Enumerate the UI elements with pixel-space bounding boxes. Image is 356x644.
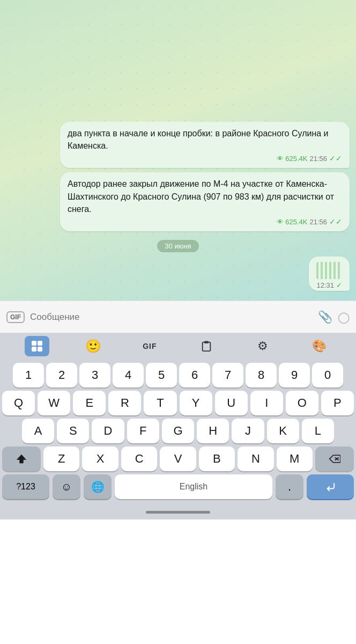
message-text-2: Автодор ранее закрыл движение по М-4 на … [68,178,342,215]
chat-area: два пункта в начале и конце пробки: в ра… [0,0,356,301]
delete-key[interactable] [315,447,354,471]
blurred-content [316,262,342,279]
globe-icon: 🌐 [91,480,105,493]
date-separator: 30 июня [157,240,198,252]
message-checkmark-2: ✓✓ [329,217,342,226]
key-o[interactable]: O [286,391,318,415]
home-indicator [0,504,356,519]
key-n[interactable]: N [238,447,273,471]
key-r[interactable]: R [108,391,141,415]
svg-rect-0 [32,341,36,346]
blurred-message-bubble: 12:31 ✓ [309,257,350,291]
eye-icon-2: 👁 [277,218,284,226]
svg-rect-3 [38,347,42,352]
key-8[interactable]: 8 [246,363,277,387]
message-text-1: два пункта в начале и конце пробки: в ра… [68,127,342,152]
zxcv-row: Z X C V B N M [2,447,354,471]
globe-key[interactable]: 🌐 [84,474,112,499]
key-p[interactable]: P [321,391,354,415]
message-views-1: 👁 625.4K [277,155,307,163]
asdf-spacer-right [337,419,354,443]
message-meta-1: 👁 625.4K 21:56 ✓✓ [68,154,342,163]
key-a[interactable]: A [22,419,54,443]
emoji-key[interactable]: ☺ [53,474,80,499]
apps-toolbar-button[interactable] [25,336,49,356]
key-z[interactable]: Z [43,447,79,471]
key-x[interactable]: X [82,447,118,471]
asdf-spacer-left [2,419,19,443]
clipboard-icon [201,340,212,352]
gif-toolbar-label: GIF [143,342,157,350]
message-views-2: 👁 625.4K [277,218,307,226]
message-time-2: 21:56 [309,218,327,226]
gif-toolbar-button[interactable]: GIF [137,336,162,356]
palette-icon: 🎨 [312,339,327,353]
shift-key[interactable] [2,447,41,471]
key-0[interactable]: 0 [312,363,343,387]
key-3[interactable]: 3 [79,363,110,387]
key-6[interactable]: 6 [179,363,210,387]
svg-rect-2 [32,347,36,352]
palette-toolbar-button[interactable]: 🎨 [307,336,331,356]
key-d[interactable]: D [92,419,124,443]
numbers-switch-key[interactable]: ?123 [2,474,49,499]
key-m[interactable]: M [277,447,313,471]
message-bubble-2: Автодор ранее закрыл движение по М-4 на … [60,172,350,231]
key-f[interactable]: F [127,419,159,443]
return-icon [324,482,336,492]
asdf-row: A S D F G H J K L [2,419,354,443]
key-g[interactable]: G [162,419,194,443]
keyboard: 1 2 3 4 5 6 7 8 9 0 Q W E R T Y U I O P … [0,360,356,504]
key-b[interactable]: B [199,447,235,471]
blurred-checkmark: ✓ [336,281,342,289]
key-v[interactable]: V [160,447,196,471]
message-input[interactable] [30,312,313,323]
key-e[interactable]: E [73,391,106,415]
camera-icon[interactable]: ◯ [338,311,350,324]
key-5[interactable]: 5 [146,363,177,387]
key-s[interactable]: S [57,419,89,443]
key-c[interactable]: C [121,447,157,471]
key-7[interactable]: 7 [212,363,243,387]
key-u[interactable]: U [215,391,248,415]
key-1[interactable]: 1 [13,363,44,387]
key-l[interactable]: L [302,419,334,443]
return-key[interactable] [307,474,354,499]
home-bar [146,511,210,514]
apps-icon [31,340,43,353]
key-j[interactable]: J [232,419,264,443]
key-t[interactable]: T [144,391,176,415]
message-meta-2: 👁 625.4K 21:56 ✓✓ [68,217,342,226]
key-k[interactable]: K [267,419,299,443]
message-checkmark-1: ✓✓ [329,154,342,163]
keyboard-toolbar: 🙂 GIF ⚙ 🎨 [0,333,356,360]
emoji-icon: ☺ [61,481,72,493]
sticker-toolbar-button[interactable]: 🙂 [81,336,106,356]
delete-icon [329,454,340,464]
eye-icon: 👁 [277,155,284,163]
svg-rect-1 [38,341,42,346]
key-4[interactable]: 4 [113,363,144,387]
attach-icon[interactable]: 📎 [318,310,332,324]
period-key[interactable]: . [276,474,303,499]
key-i[interactable]: I [250,391,283,415]
svg-rect-5 [202,342,210,352]
space-key[interactable]: English [115,474,272,499]
key-w[interactable]: W [38,391,70,415]
clipboard-toolbar-button[interactable] [194,336,219,356]
key-2[interactable]: 2 [46,363,77,387]
key-9[interactable]: 9 [279,363,310,387]
gif-button[interactable]: GIF [6,311,25,323]
blurred-time: 12:31 [316,281,334,289]
message-time-1: 21:56 [309,155,327,163]
key-y[interactable]: Y [180,391,212,415]
settings-toolbar-button[interactable]: ⚙ [250,336,275,356]
key-h[interactable]: H [197,419,229,443]
svg-rect-6 [204,341,208,343]
input-bar: GIF 📎 ◯ [0,301,356,333]
sticker-icon: 🙂 [85,339,101,354]
qwerty-row: Q W E R T Y U I O P [2,391,354,415]
number-row: 1 2 3 4 5 6 7 8 9 0 [2,363,354,387]
shift-icon [16,453,27,465]
key-q[interactable]: Q [2,391,35,415]
